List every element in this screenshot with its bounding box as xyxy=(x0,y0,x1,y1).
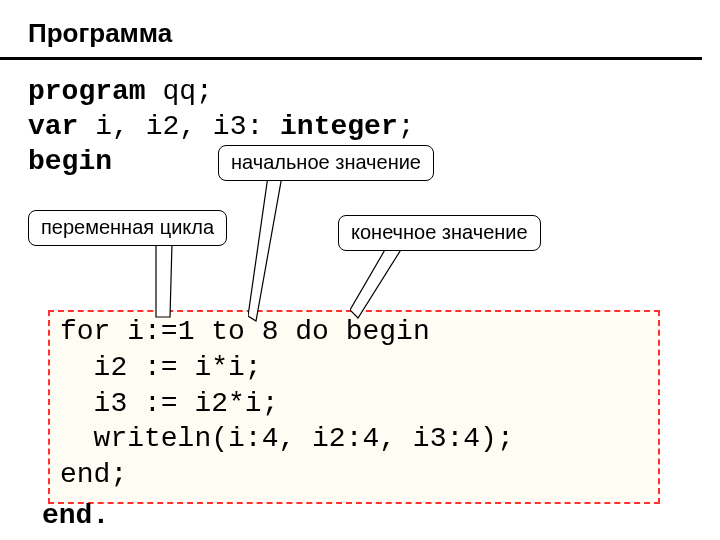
kw-var: var xyxy=(28,111,78,142)
svg-marker-1 xyxy=(156,243,172,317)
kw-for: for xyxy=(60,316,110,347)
kw-end-program: end. xyxy=(42,500,109,531)
pointer-start-value xyxy=(248,176,288,326)
svg-marker-0 xyxy=(248,176,282,321)
code-body: for i:=1 to 8 do begin i2 := i*i; i3 := … xyxy=(60,314,514,493)
code-text: i3 := i2*i; xyxy=(60,388,278,419)
pointer-end-value xyxy=(350,248,410,322)
code-text: qq; xyxy=(146,76,213,107)
code-text: 8 xyxy=(245,316,295,347)
kw-integer: integer xyxy=(280,111,398,142)
pointer-loop-var xyxy=(150,243,190,321)
kw-writeln: writeln xyxy=(60,423,211,454)
kw-begin: begin xyxy=(28,146,112,177)
kw-do-begin: do begin xyxy=(295,316,429,347)
kw-end: end; xyxy=(60,459,127,490)
callout-end-value: конечное значение xyxy=(338,215,541,251)
code-text: (i:4, i2:4, i3:4); xyxy=(211,423,513,454)
svg-marker-2 xyxy=(350,248,402,318)
code-text: ; xyxy=(398,111,415,142)
callout-start-value: начальное значение xyxy=(218,145,434,181)
kw-to: to xyxy=(211,316,245,347)
callout-loop-var: переменная цикла xyxy=(28,210,227,246)
code-text: i:=1 xyxy=(110,316,211,347)
page-title: Программа xyxy=(0,0,702,60)
kw-program: program xyxy=(28,76,146,107)
code-text: i2 := i*i; xyxy=(60,352,262,383)
code-text: i, i2, i3: xyxy=(78,111,280,142)
